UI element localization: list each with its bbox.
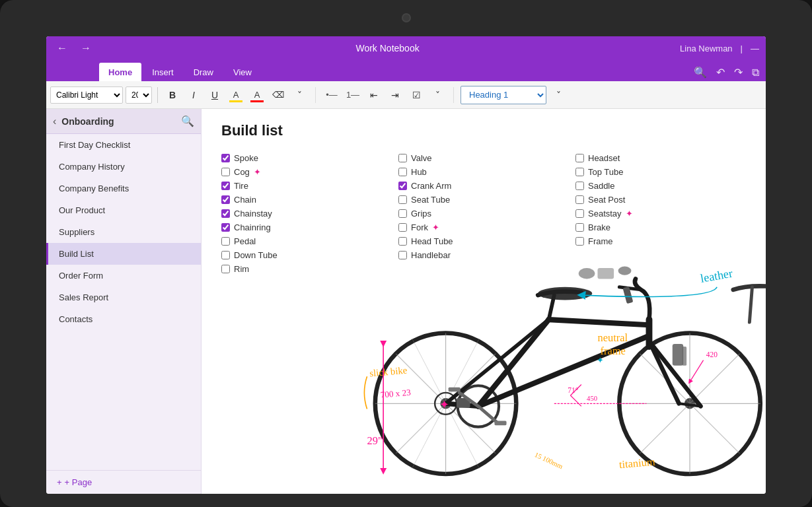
list-item: Tire <box>221 179 392 193</box>
svg-text:450: 450 <box>587 394 597 402</box>
font-family-select[interactable]: Calibri Light <box>50 86 123 104</box>
list-item: Crank Arm <box>398 179 569 193</box>
underline-button[interactable]: U <box>205 86 224 104</box>
svg-line-31 <box>478 406 498 422</box>
more-format-button[interactable]: ˅ <box>290 86 309 104</box>
checkbox-hub[interactable] <box>398 168 407 176</box>
sidebar-items: First Day Checklist Company History Comp… <box>46 134 201 470</box>
checkbox-spoke[interactable] <box>221 154 230 162</box>
text-color-button[interactable]: A <box>248 86 266 104</box>
checkbox-button[interactable]: ☑ <box>407 86 425 104</box>
increase-indent-button[interactable]: ⇥ <box>386 86 404 104</box>
label-tire: Tire <box>234 181 248 191</box>
checkbox-saddle[interactable] <box>575 182 584 190</box>
tablet-frame: ← → Work Notebook Lina Newman | ― Home I… <box>0 0 812 507</box>
list-item: Saddle <box>575 179 746 193</box>
highlight-button[interactable]: A <box>227 86 245 104</box>
tab-insert[interactable]: Insert <box>143 63 183 81</box>
checkbox-chain[interactable] <box>221 195 230 204</box>
svg-text:titanium: titanium <box>618 456 655 471</box>
sidebar-item-order-form[interactable]: Order Form <box>46 265 201 287</box>
heading-style-select[interactable]: Heading 1 <box>461 86 546 104</box>
sidebar-item-suppliers[interactable]: Suppliers <box>46 221 201 243</box>
toolbar-separator-3 <box>453 87 454 103</box>
svg-text:15 100mm: 15 100mm <box>533 450 564 471</box>
svg-point-35 <box>579 268 595 279</box>
checkbox-headset[interactable] <box>575 154 584 162</box>
tab-view[interactable]: View <box>224 63 261 81</box>
checkbox-crank-arm[interactable] <box>398 182 407 190</box>
list-item: Seat Tube <box>398 193 569 207</box>
sidebar-search-button[interactable]: 🔍 <box>181 115 194 127</box>
font-size-select[interactable]: 20 <box>126 86 152 104</box>
tab-draw[interactable]: Draw <box>184 63 223 81</box>
bullet-list-button[interactable]: •— <box>322 86 341 104</box>
svg-text:neutral: neutral <box>597 331 628 344</box>
italic-button[interactable]: I <box>184 86 203 104</box>
fullscreen-icon[interactable]: ⧉ <box>752 67 759 79</box>
svg-text:29": 29" <box>367 434 383 447</box>
tablet-inner: ← → Work Notebook Lina Newman | ― Home I… <box>46 36 766 494</box>
checkbox-grips[interactable] <box>398 209 407 218</box>
label-hub: Hub <box>411 167 427 177</box>
bold-button[interactable]: B <box>163 86 182 104</box>
separator: | <box>741 44 743 53</box>
sidebar-item-contacts[interactable]: Contacts <box>46 308 201 330</box>
add-page-icon: + <box>57 477 62 487</box>
back-button[interactable]: ← <box>53 39 71 57</box>
checkbox-chainstay[interactable] <box>221 209 230 218</box>
minimize-button[interactable]: ― <box>751 44 759 53</box>
svg-point-28 <box>538 287 592 300</box>
checkbox-down-tube[interactable] <box>221 251 230 259</box>
numbered-list-button[interactable]: 1— <box>344 86 362 104</box>
sidebar-header: ‹ Onboarding 🔍 <box>46 109 201 134</box>
username: Lina Newman <box>680 44 733 53</box>
undo-icon[interactable]: ↶ <box>716 66 725 79</box>
clear-format-button[interactable]: ⌫ <box>269 86 287 104</box>
label-grips: Grips <box>411 209 431 219</box>
checkbox-cog[interactable] <box>221 168 230 176</box>
checkbox-seatstay[interactable] <box>575 209 584 218</box>
svg-text:420: 420 <box>706 351 718 359</box>
tab-home[interactable]: Home <box>99 63 141 81</box>
svg-line-58 <box>690 360 704 382</box>
svg-text:700 x 23: 700 x 23 <box>380 388 412 400</box>
forward-button[interactable]: → <box>77 39 95 57</box>
svg-text:frame: frame <box>601 345 626 357</box>
label-chainring: Chainring <box>234 222 271 232</box>
list-item: Seat Post <box>575 193 746 207</box>
sidebar-item-sales-report[interactable]: Sales Report <box>46 287 201 308</box>
add-page-button[interactable]: + + Page <box>57 477 92 487</box>
main-layout: ‹ Onboarding 🔍 First Day Checklist Compa… <box>46 109 766 494</box>
sidebar-item-company-benefits[interactable]: Company Benefits <box>46 178 201 199</box>
redo-icon[interactable]: ↷ <box>734 66 743 79</box>
star-icon-seatstay: ✦ <box>626 209 633 219</box>
checkbox-seat-post[interactable] <box>575 195 584 204</box>
list-item: Chainstay <box>221 207 392 220</box>
checkbox-tire[interactable] <box>221 182 230 190</box>
sidebar-item-first-day[interactable]: First Day Checklist <box>46 134 201 156</box>
sidebar-collapse-button[interactable]: ‹ <box>53 116 56 127</box>
sidebar-item-our-product[interactable]: Our Product <box>46 199 201 221</box>
sidebar-item-company-history[interactable]: Company History <box>46 156 201 178</box>
heading-dropdown-button[interactable]: ˅ <box>549 86 568 104</box>
notebook-title: Work Notebook <box>355 43 419 53</box>
label-seat-post: Seat Post <box>588 195 625 205</box>
checkbox-top-tube[interactable] <box>575 168 584 176</box>
label-down-tube: Down Tube <box>234 250 277 260</box>
list-item: Top Tube <box>575 165 746 179</box>
list-item: Grips <box>398 207 569 220</box>
sidebar-item-build-list[interactable]: Build List <box>46 243 201 265</box>
toolbar-separator-2 <box>315 87 316 103</box>
svg-text:leather: leather <box>700 267 734 285</box>
checkbox-pedal[interactable] <box>221 237 230 246</box>
checkbox-valve[interactable] <box>398 154 407 162</box>
search-icon[interactable]: 🔍 <box>694 66 707 79</box>
decrease-indent-button[interactable]: ⇤ <box>365 86 383 104</box>
checkbox-chainring[interactable] <box>221 223 230 232</box>
list-item: Spoke <box>221 151 392 165</box>
checkbox-rim[interactable] <box>221 265 230 273</box>
checkbox-seat-tube[interactable] <box>398 195 407 204</box>
add-page-label: + Page <box>65 477 92 487</box>
more-list-button[interactable]: ˅ <box>428 86 447 104</box>
